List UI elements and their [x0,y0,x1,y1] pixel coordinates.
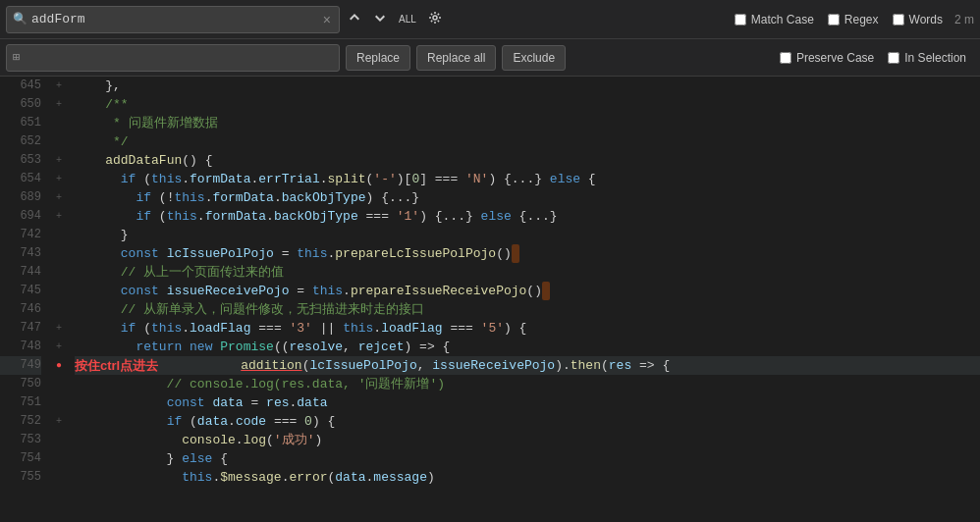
search-input[interactable] [31,12,321,26]
code-line-650: /** [75,95,980,114]
prev-match-button[interactable] [344,9,365,30]
preserve-case-checkbox[interactable] [780,52,791,64]
code-area[interactable]: }, /** * 问题件新增数据 */ addDataFun() { if (t… [69,77,980,522]
search-input-wrap: 🔍 × [6,6,340,33]
fold-icon-653[interactable]: + [49,151,69,170]
words-checkbox[interactable] [893,14,904,26]
code-line-744: // 从上一个页面传过来的值 [75,263,980,282]
code-line-753: console.log('成功') [75,431,980,449]
fold-icon-650[interactable]: + [49,95,69,114]
line-gutter: + + + + + + + + ● + [49,77,69,522]
fold-icon-689[interactable]: + [49,188,69,207]
code-line-654: if (this.formData.errTrial.split('-')[0]… [75,170,980,188]
code-line-754: } else { [75,449,980,468]
fold-icon-747[interactable]: + [49,319,69,338]
regex-option[interactable]: Regex [828,13,879,26]
code-line-689: if (!this.formData.backObjType) {...} [75,188,980,207]
preserve-case-label: Preserve Case [796,51,874,65]
regex-label: Regex [844,13,879,26]
code-line-746: // 从新单录入，问题件修改，无扫描进来时走的接口 [75,300,980,319]
code-line-653: addDataFun() { [75,151,980,170]
in-selection-label: In Selection [904,51,966,65]
code-line-651: * 问题件新增数据 [75,114,980,132]
replace-icon: ⊞ [13,50,20,65]
code-line-750: // console.log(res.data, '问题件新增') [75,375,980,393]
match-case-option[interactable]: Match Case [735,13,814,26]
annotation-749: 按住ctrl点进去 [75,356,158,375]
code-line-645: }, [75,77,980,95]
svg-point-0 [433,16,437,20]
match-case-label: Match Case [751,13,814,26]
fold-icon-654[interactable]: + [49,170,69,188]
code-line-742: } [75,226,980,244]
replace-input[interactable] [24,50,333,65]
settings-button[interactable] [424,9,446,30]
replace-toolbar: ⊞ Replace Replace all Exclude Preserve C… [0,39,980,77]
code-line-748: return new Promise((resolve, rejcet) => … [75,338,980,356]
code-editor: 645 650 651 652 653 654 689 694 742 743 … [0,77,980,522]
search-options: Match Case Regex Words [735,13,943,26]
code-line-751: const data = res.data [75,393,980,412]
fold-icon-748[interactable]: + [49,338,69,356]
fold-icon-694[interactable]: + [49,207,69,226]
search-toolbar: 🔍 × ALL Match Case Regex Words 2 m [0,0,980,39]
code-line-749: 按住ctrl点进去 addition(lcIssuePolPojo, issue… [75,356,980,375]
exclude-button[interactable]: Exclude [502,45,566,71]
fold-icon-645[interactable]: + [49,77,69,95]
find-all-button[interactable]: ALL [395,12,420,26]
code-line-694: if (this.formData.backObjType === '1') {… [75,207,980,226]
next-match-button[interactable] [369,9,391,30]
code-line-747: if (this.loadFlag === '3' || this.loadFl… [75,319,980,338]
replace-all-button[interactable]: Replace all [416,45,496,71]
regex-checkbox[interactable] [828,14,840,26]
replace-button[interactable]: Replace [346,45,410,71]
fold-icon-752[interactable]: + [49,412,69,431]
search-icon: 🔍 [13,12,27,26]
match-case-checkbox[interactable] [735,14,746,26]
in-selection-option[interactable]: In Selection [888,51,966,65]
match-count: 2 m [954,13,974,26]
error-icon-749: ● [49,356,69,375]
code-line-743: const lcIssuePolPojo = this.prepareLcIss… [75,244,980,263]
code-line-652: */ [75,132,980,151]
words-label: Words [909,13,943,26]
code-line-752: if (data.code === 0) { [75,412,980,431]
replace-input-wrap: ⊞ [6,44,340,72]
code-line-745: const issueReceivePojo = this.prepareIss… [75,282,980,300]
clear-search-button[interactable]: × [321,12,333,27]
replace-options: Preserve Case In Selection [780,51,966,65]
words-option[interactable]: Words [893,13,943,26]
in-selection-checkbox[interactable] [888,52,899,64]
line-numbers: 645 650 651 652 653 654 689 694 742 743 … [0,77,49,522]
code-line-755: this.$message.error(data.message) [75,468,980,487]
preserve-case-option[interactable]: Preserve Case [780,51,874,65]
